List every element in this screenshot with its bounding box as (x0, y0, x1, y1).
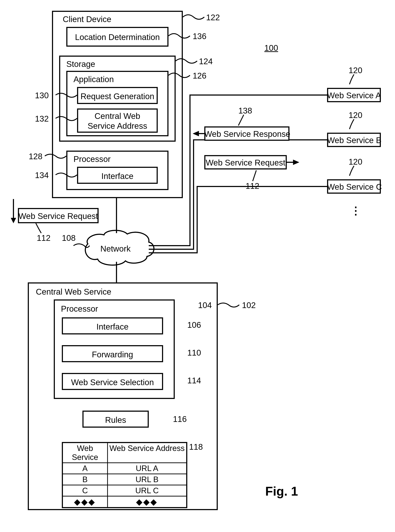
client-interface-label: Interface (77, 171, 158, 181)
ref-138: 138 (238, 106, 252, 116)
web-service-request-to-label: Web Service Request (204, 158, 287, 167)
web-service-a-label: Web Service A (327, 91, 381, 100)
ref-114: 114 (187, 376, 201, 385)
storage-title: Storage (66, 59, 95, 69)
table-cell: URL B (108, 474, 186, 485)
svg-marker-7 (293, 160, 299, 165)
ref-120-a: 120 (349, 66, 362, 75)
forwarding-label: Forwarding (62, 350, 163, 359)
cws-address-line2: Service Address (77, 121, 158, 131)
table-row: B URL B (63, 474, 186, 485)
diagram-canvas: 100 Client Device Location Determination… (0, 0, 395, 532)
table-cell: B (63, 474, 108, 485)
ellipsis-vertical-icon: ⋮ (350, 205, 361, 217)
ref-136: 136 (193, 31, 206, 41)
table-cell: C (63, 485, 108, 496)
ref-128: 128 (29, 151, 43, 161)
rules-label: Rules (82, 415, 149, 425)
table-cell: ◆◆◆ (63, 497, 108, 507)
network-label: Network (100, 244, 131, 254)
table-cell: URL A (108, 463, 186, 474)
client-processor-title: Processor (73, 154, 110, 164)
ref-118: 118 (189, 442, 203, 452)
ref-116: 116 (173, 414, 187, 424)
web-service-response-label: Web Service Response (204, 129, 290, 139)
figure-caption: Fig. 1 (265, 484, 298, 499)
ref-126: 126 (193, 71, 206, 81)
web-service-table: Web Service Web Service Address A URL A … (62, 442, 187, 508)
location-determination-label: Location Determination (66, 32, 169, 42)
central-processor-title: Processor (61, 304, 98, 314)
table-row: A URL A (63, 462, 186, 474)
selection-label: Web Service Selection (62, 377, 163, 387)
web-service-c-label: Web Service C (327, 182, 381, 192)
ref-120-b: 120 (349, 110, 362, 120)
ref-112-req: 112 (246, 181, 259, 191)
ref-132: 132 (35, 114, 49, 123)
table-row: ◆◆◆ ◆◆◆ (63, 496, 186, 507)
ref-102: 102 (242, 300, 256, 310)
figure-ref-100: 100 (264, 43, 278, 53)
table-cell: ◆◆◆ (108, 497, 186, 507)
ref-112-out: 112 (37, 233, 50, 243)
request-generation-label: Request Generation (77, 91, 158, 101)
outgoing-request-label: Web Service Request (18, 211, 99, 221)
svg-marker-5 (193, 131, 199, 136)
ref-108: 108 (62, 233, 76, 243)
table-cell: A (63, 463, 108, 474)
web-service-b-label: Web Service B (327, 135, 381, 145)
ref-120-c: 120 (349, 157, 362, 166)
ref-124: 124 (199, 56, 213, 66)
ref-134: 134 (35, 170, 49, 180)
table-cell: URL C (108, 485, 186, 496)
table-header-row: Web Service Web Service Address (63, 443, 186, 462)
ref-106: 106 (187, 320, 201, 330)
cws-address-line1: Central Web (77, 111, 158, 121)
ref-104: 104 (198, 300, 212, 310)
central-interface-label: Interface (62, 322, 163, 332)
table-header-addr: Web Service Address (108, 443, 186, 462)
ref-130: 130 (35, 91, 49, 100)
table-row: C URL C (63, 485, 186, 496)
ref-122: 122 (206, 12, 220, 22)
svg-marker-3 (11, 218, 16, 223)
application-title: Application (73, 74, 114, 84)
ref-110: 110 (187, 348, 201, 358)
central-web-service-title: Central Web Service (36, 287, 111, 297)
table-header-ws: Web Service (63, 443, 108, 462)
client-device-title: Client Device (63, 14, 111, 24)
